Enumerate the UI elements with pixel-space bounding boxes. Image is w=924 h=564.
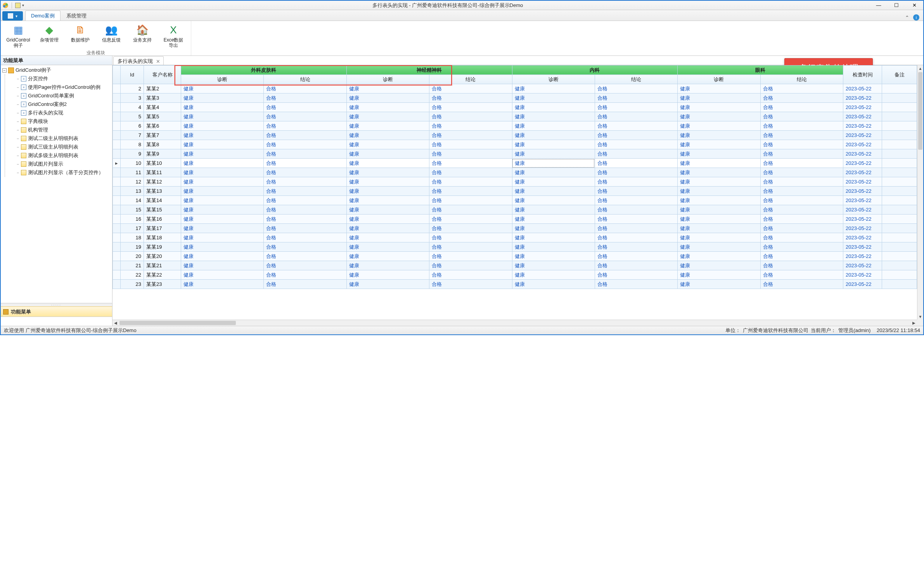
cell-diag[interactable]: 健康 xyxy=(512,121,595,131)
cell-id[interactable]: 23 xyxy=(121,280,144,289)
cell-cust[interactable]: 某某21 xyxy=(144,261,181,270)
cell-concl[interactable]: 合格 xyxy=(429,270,512,280)
cell-id[interactable]: 18 xyxy=(121,233,144,242)
cell-time[interactable]: 2023-05-22 xyxy=(843,242,882,252)
cell-diag[interactable]: 健康 xyxy=(181,103,264,112)
cell-cust[interactable]: 某某5 xyxy=(144,112,181,121)
col-header-diag[interactable]: 诊断 xyxy=(181,75,264,84)
ribbon-tab[interactable]: 系统管理 xyxy=(61,10,92,21)
cell-note[interactable] xyxy=(882,205,917,215)
tree-node[interactable]: ···测试二级主从明细列表 xyxy=(5,134,111,143)
cell-id[interactable]: 11 xyxy=(121,168,144,177)
cell-cust[interactable]: 某某20 xyxy=(144,252,181,261)
table-row[interactable]: 7某某7健康合格健康合格健康合格健康合格2023-05-22 xyxy=(113,131,917,140)
cell-diag[interactable]: 健康 xyxy=(346,215,429,224)
cell-time[interactable]: 2023-05-22 xyxy=(843,261,882,270)
cell-concl[interactable]: 合格 xyxy=(429,84,512,93)
cell-diag[interactable]: 健康 xyxy=(512,177,595,187)
cell-concl[interactable]: 合格 xyxy=(595,187,677,196)
tree-node[interactable]: ···测试图片列显示 xyxy=(5,160,111,168)
cell-concl[interactable]: 合格 xyxy=(760,168,843,177)
cell-diag[interactable]: 健康 xyxy=(678,224,760,233)
cell-concl[interactable]: 合格 xyxy=(264,187,346,196)
nav-tree[interactable]: − GridControl例子 ···≡分页控件···≡使用Pager控件+Gr… xyxy=(1,65,112,303)
cell-note[interactable] xyxy=(882,280,917,289)
cell-id[interactable]: 10 xyxy=(121,159,144,168)
cell-concl[interactable]: 合格 xyxy=(429,205,512,215)
cell-id[interactable]: 21 xyxy=(121,261,144,270)
cell-diag[interactable]: 健康 xyxy=(678,261,760,270)
tree-node[interactable]: ···≡GridControl简单案例 xyxy=(5,92,111,100)
cell-concl[interactable]: 合格 xyxy=(595,140,677,149)
cell-time[interactable]: 2023-05-22 xyxy=(843,177,882,187)
cell-id[interactable]: 7 xyxy=(121,131,144,140)
cell-concl[interactable]: 合格 xyxy=(760,233,843,242)
cell-concl[interactable]: 合格 xyxy=(595,112,677,121)
cell-concl[interactable]: 合格 xyxy=(595,177,677,187)
row-indicator[interactable] xyxy=(113,159,121,168)
row-indicator[interactable] xyxy=(113,252,121,261)
collapse-ribbon-button[interactable]: ⌃ xyxy=(905,15,909,21)
cell-concl[interactable]: 合格 xyxy=(429,233,512,242)
cell-diag[interactable]: 健康 xyxy=(512,103,595,112)
table-row[interactable]: 18某某18健康合格健康合格健康合格健康合格2023-05-22 xyxy=(113,233,917,242)
cell-diag[interactable]: 健康 xyxy=(346,187,429,196)
cell-concl[interactable]: 合格 xyxy=(429,168,512,177)
cell-note[interactable] xyxy=(882,168,917,177)
cell-diag[interactable]: 健康 xyxy=(512,140,595,149)
document-tab[interactable]: 多行表头的实现 ✕ xyxy=(113,56,164,65)
col-header-concl[interactable]: 结论 xyxy=(595,75,677,84)
cell-diag[interactable]: 健康 xyxy=(678,131,760,140)
cell-cust[interactable]: 某某12 xyxy=(144,177,181,187)
cell-concl[interactable]: 合格 xyxy=(595,93,677,103)
cell-note[interactable] xyxy=(882,93,917,103)
table-row[interactable]: 10某某10健康合格健康合格健康合格健康合格2023-05-22 xyxy=(113,159,917,168)
cell-diag[interactable]: 健康 xyxy=(512,242,595,252)
cell-concl[interactable]: 合格 xyxy=(760,252,843,261)
cell-concl[interactable]: 合格 xyxy=(264,149,346,159)
cell-concl[interactable]: 合格 xyxy=(760,159,843,168)
cell-cust[interactable]: 某某13 xyxy=(144,187,181,196)
tree-node[interactable]: ···测试图片列显示（基于分页控件） xyxy=(5,168,111,177)
cell-concl[interactable]: 合格 xyxy=(760,215,843,224)
cell-time[interactable]: 2023-05-22 xyxy=(843,84,882,93)
cell-time[interactable]: 2023-05-22 xyxy=(843,187,882,196)
cell-concl[interactable]: 合格 xyxy=(595,205,677,215)
cell-diag[interactable]: 健康 xyxy=(678,252,760,261)
cell-diag[interactable]: 健康 xyxy=(678,149,760,159)
cell-concl[interactable]: 合格 xyxy=(595,149,677,159)
table-row[interactable]: 8某某8健康合格健康合格健康合格健康合格2023-05-22 xyxy=(113,140,917,149)
cell-diag[interactable]: 健康 xyxy=(512,196,595,205)
cell-diag[interactable]: 健康 xyxy=(678,196,760,205)
cell-diag[interactable]: 健康 xyxy=(346,103,429,112)
cell-cust[interactable]: 某某9 xyxy=(144,149,181,159)
cell-concl[interactable]: 合格 xyxy=(429,131,512,140)
cell-concl[interactable]: 合格 xyxy=(760,205,843,215)
cell-diag[interactable]: 健康 xyxy=(678,140,760,149)
cell-concl[interactable]: 合格 xyxy=(595,196,677,205)
cell-id[interactable]: 2 xyxy=(121,84,144,93)
table-row[interactable]: 9某某9健康合格健康合格健康合格健康合格2023-05-22 xyxy=(113,149,917,159)
table-row[interactable]: 19某某19健康合格健康合格健康合格健康合格2023-05-22 xyxy=(113,242,917,252)
cell-time[interactable]: 2023-05-22 xyxy=(843,252,882,261)
cell-concl[interactable]: 合格 xyxy=(595,131,677,140)
cell-diag[interactable]: 健康 xyxy=(512,280,595,289)
cell-concl[interactable]: 合格 xyxy=(595,261,677,270)
cell-id[interactable]: 5 xyxy=(121,112,144,121)
vertical-scroll-thumb[interactable] xyxy=(918,72,922,150)
cell-concl[interactable]: 合格 xyxy=(760,140,843,149)
cell-concl[interactable]: 合格 xyxy=(264,103,346,112)
row-indicator[interactable] xyxy=(113,93,121,103)
cell-diag[interactable]: 健康 xyxy=(678,103,760,112)
table-row[interactable]: 14某某14健康合格健康合格健康合格健康合格2023-05-22 xyxy=(113,196,917,205)
tree-collapse-icon[interactable]: − xyxy=(2,68,7,73)
cell-concl[interactable]: 合格 xyxy=(595,280,677,289)
cell-concl[interactable]: 合格 xyxy=(264,215,346,224)
cell-cust[interactable]: 某某10 xyxy=(144,159,181,168)
cell-diag[interactable]: 健康 xyxy=(181,252,264,261)
row-indicator[interactable] xyxy=(113,215,121,224)
cell-time[interactable]: 2023-05-22 xyxy=(843,280,882,289)
table-row[interactable]: 22某某22健康合格健康合格健康合格健康合格2023-05-22 xyxy=(113,270,917,280)
cell-diag[interactable]: 健康 xyxy=(512,233,595,242)
cell-diag[interactable]: 健康 xyxy=(512,215,595,224)
